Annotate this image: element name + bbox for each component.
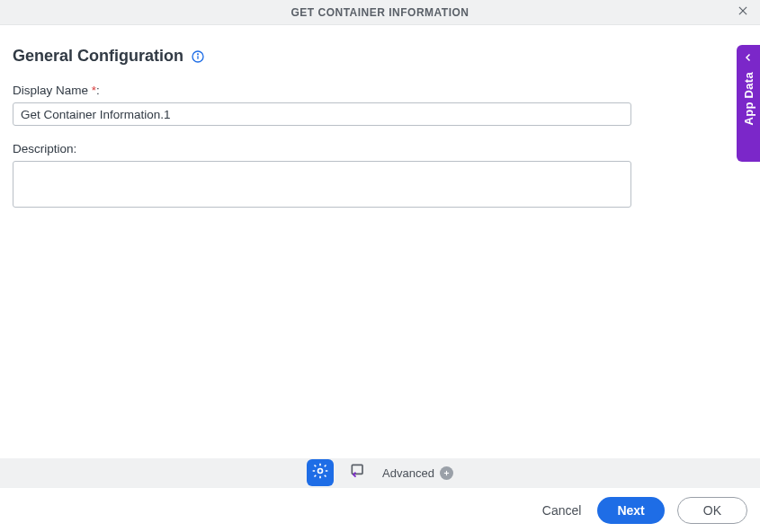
svg-point-5	[318, 469, 323, 474]
close-button[interactable]	[735, 4, 751, 21]
description-label: Description:	[13, 142, 747, 155]
plus-circle-icon	[440, 466, 453, 480]
close-icon	[737, 4, 749, 21]
settings-button[interactable]	[307, 459, 334, 486]
dialog-body: General Configuration Display Name *: De…	[0, 25, 760, 458]
advanced-label: Advanced	[382, 466, 434, 480]
section-heading: General Configuration	[13, 47, 747, 66]
next-button[interactable]: Next	[597, 497, 664, 524]
display-name-label: Display Name *:	[13, 84, 747, 97]
dialog-title: GET CONTAINER INFORMATION	[291, 6, 469, 19]
toolbar: Advanced	[0, 458, 760, 487]
gear-icon	[311, 462, 329, 483]
layout-icon	[349, 462, 367, 483]
layout-button[interactable]	[344, 459, 371, 486]
svg-point-4	[198, 53, 199, 54]
section-title-text: General Configuration	[13, 47, 183, 66]
info-icon[interactable]	[191, 49, 205, 64]
advanced-toggle[interactable]: Advanced	[382, 466, 453, 480]
cancel-button[interactable]: Cancel	[539, 498, 586, 523]
app-data-label: App Data	[742, 72, 756, 125]
chevron-left-icon	[743, 52, 754, 72]
app-data-tab[interactable]: App Data	[737, 45, 760, 162]
ok-button[interactable]: OK	[677, 497, 747, 524]
display-name-group: Display Name *:	[13, 84, 747, 126]
display-name-input[interactable]	[13, 102, 631, 126]
dialog-footer: Cancel Next OK	[0, 487, 760, 532]
svg-rect-6	[352, 465, 362, 474]
dialog-header: GET CONTAINER INFORMATION	[0, 0, 760, 25]
description-textarea[interactable]	[13, 161, 631, 208]
description-group: Description:	[13, 142, 747, 211]
